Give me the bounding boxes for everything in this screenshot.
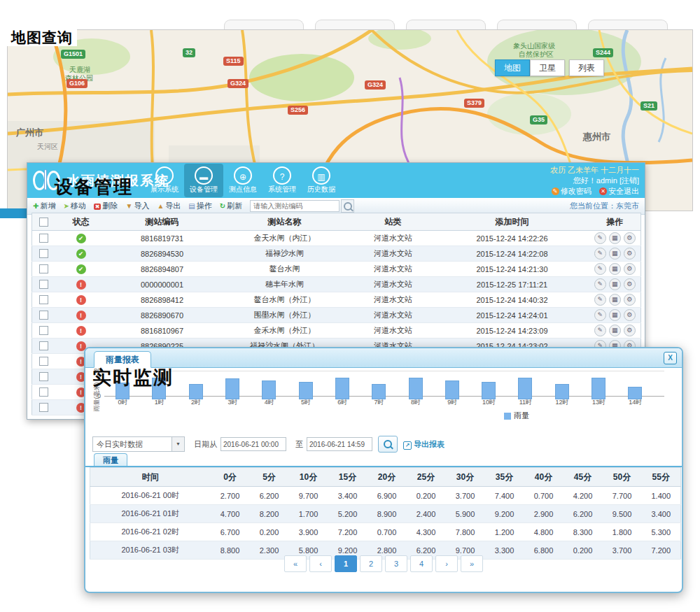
bar-5时[interactable] [299,382,313,399]
last-page-button[interactable]: » [461,555,483,572]
row-checkbox[interactable] [39,387,48,397]
toolbar-button-新增[interactable]: ✚新增 [33,201,55,211]
toolbar-button-删除[interactable]: ✖删除 [94,201,118,211]
nav-item-设备管理[interactable]: ▬设备管理 [184,164,223,197]
table-row: ✔8826894530福禄沙水闸河道水文站2015-12-24 14:22:08… [32,246,641,262]
page-button-3[interactable]: 3 [385,555,407,572]
tab-rainfall[interactable]: 雨量 [94,453,127,467]
x-tick-label: 13时 [580,398,617,407]
gear-icon[interactable]: ⚙ [624,232,636,244]
toolbar-button-刷新[interactable]: ↻刷新 [220,201,242,211]
map-button-卫星[interactable]: 卫星 [530,59,565,76]
row-checkbox[interactable] [39,341,48,350]
status-cell: ✔ [56,231,106,246]
toolbar-button-导入[interactable]: ▼导入 [125,201,149,211]
value-cell: 7.200 [328,523,368,541]
gear-icon[interactable]: ⚙ [624,263,636,275]
value-cell: 2.700 [211,487,250,505]
trash-icon[interactable]: ▦ [609,325,621,336]
first-page-button[interactable]: « [284,555,307,572]
trash-icon[interactable]: ▦ [609,248,621,259]
map-button-列表[interactable]: 列表 [569,59,604,76]
row-checkbox[interactable] [39,234,48,243]
bar-4时[interactable] [262,380,276,399]
export-report-link[interactable]: ↗导出报表 [403,439,444,450]
nav-item-系统管理[interactable]: ?系统管理 [262,164,302,197]
station-name-cell: 鳌台水闸 [218,262,351,277]
next-page-button[interactable]: › [435,555,458,572]
bar-9时[interactable] [445,380,459,399]
lunar-date: 农历 乙未羊年 十二月十一 [546,165,639,176]
bar-2时[interactable] [189,384,203,400]
gear-icon[interactable]: ⚙ [624,294,636,306]
bar-12时[interactable] [555,384,569,400]
nav-item-测点信息[interactable]: ⊕测点信息 [223,164,262,197]
popup-tabbar: 雨量报表 X [85,348,682,368]
trash-icon[interactable]: ▦ [609,294,621,306]
monitor-icon: ▭ [155,166,174,185]
row-checkbox[interactable] [39,249,48,258]
trash-icon[interactable]: ▦ [609,232,621,244]
row-checkbox[interactable] [39,311,48,320]
bar-13时[interactable] [592,378,606,399]
select-all-checkbox[interactable] [39,218,48,227]
bar-11时[interactable] [518,378,532,399]
edit-icon[interactable]: ✎ [594,232,606,244]
operations-cell: ✎▦⚙ [589,323,641,339]
edit-icon[interactable]: ✎ [594,248,606,259]
prev-page-button[interactable]: ‹ [309,555,332,572]
bar-10时[interactable] [482,382,496,399]
nav-item-展示系统[interactable]: ▭展示系统 [145,164,184,197]
column-header: 25分 [407,468,446,487]
edit-icon[interactable]: ✎ [594,325,606,336]
toolbar-button-操作[interactable]: ▤操作 [188,201,211,211]
preset-select[interactable]: 今日实时数据 ▼ [92,436,185,452]
page-button-1[interactable]: 1 [335,555,357,572]
page-button-2[interactable]: 2 [360,555,382,572]
row-checkbox[interactable] [39,264,48,273]
x-tick-label: 4时 [251,398,288,407]
x-tick-label: 11时 [507,398,544,407]
gear-icon[interactable]: ⚙ [624,248,636,259]
gear-icon[interactable]: ⚙ [624,309,636,321]
row-checkbox[interactable] [39,403,48,412]
trash-icon[interactable]: ▦ [609,309,621,321]
user-bar: 农历 乙未羊年 十二月十一 您好！admin [注销] ✎修改密码 ✕安全退出 [546,165,639,197]
toolbar-button-移动[interactable]: ➤移动 [63,201,85,211]
page-title: 设备管理 [55,175,133,199]
trash-icon[interactable]: ▦ [609,263,621,275]
gear-icon[interactable]: ⚙ [624,325,636,336]
bar-7时[interactable] [372,384,386,400]
row-checkbox[interactable] [39,326,48,335]
toolbar-button-导出[interactable]: ▲导出 [157,201,181,211]
station-search-input[interactable] [250,200,340,212]
map-button-地图[interactable]: 地图 [495,59,530,76]
edit-icon[interactable]: ✎ [594,294,606,306]
logout-link[interactable]: ✕安全退出 [599,187,639,195]
gear-icon[interactable]: ⚙ [624,278,636,290]
query-button[interactable] [378,436,398,453]
page-button-4[interactable]: 4 [410,555,433,572]
bar-8时[interactable] [409,378,423,399]
date-from-input[interactable] [220,437,286,451]
row-checkbox[interactable] [39,295,48,304]
row-checkbox[interactable] [39,357,48,366]
row-checkbox[interactable] [39,280,48,289]
column-header: 0分 [211,468,250,487]
nav-item-历史数据[interactable]: ▥历史数据 [302,164,341,197]
row-checkbox[interactable] [39,372,48,381]
edit-icon[interactable]: ✎ [594,309,606,321]
edit-icon[interactable]: ✎ [594,263,606,275]
bar-6时[interactable] [335,378,349,399]
bar-3时[interactable] [225,378,239,399]
change-password-link[interactable]: ✎修改密码 [552,187,592,195]
edit-icon[interactable]: ✎ [594,278,606,290]
value-cell: 7.700 [603,487,642,505]
date-to-input[interactable] [307,437,372,451]
road-badge: G106 [66,79,88,88]
value-cell: 5.900 [446,505,485,523]
main-nav: ▭展示系统▬设备管理⊕测点信息?系统管理▥历史数据 [145,164,341,197]
close-button[interactable]: X [664,352,677,364]
search-button[interactable] [341,199,354,213]
trash-icon[interactable]: ▦ [609,278,621,290]
